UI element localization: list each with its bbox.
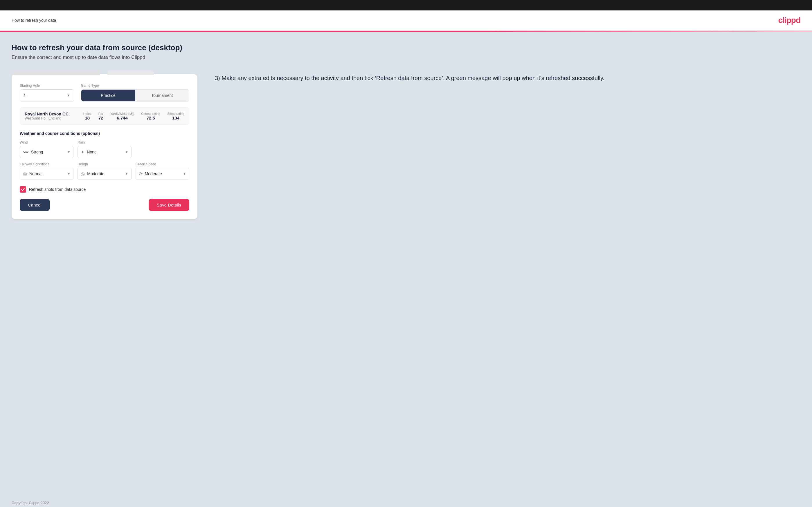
rain-icon: ✦ xyxy=(81,149,85,155)
holes-value: 18 xyxy=(85,115,90,120)
par-stat: Par 72 xyxy=(98,112,103,120)
rain-field: Rain ✦ None ▼ xyxy=(78,140,131,158)
game-type-label: Game Type xyxy=(81,83,189,88)
course-row: Royal North Devon GC, Westward Ho!, Engl… xyxy=(20,107,189,125)
slope-rating-stat: Slope rating 134 xyxy=(167,112,184,120)
course-rating-stat: Course rating 72.5 xyxy=(141,112,160,120)
card-actions: Cancel Save Details xyxy=(20,199,189,211)
green-speed-icon: ⟳ xyxy=(139,171,143,177)
form-card-container: Starting Hole 1 ▼ Game Type Practice To xyxy=(12,71,197,219)
wind-field: Wind 〰️ Strong ▼ xyxy=(20,140,73,158)
game-type-toggle: Practice Tournament xyxy=(81,89,189,102)
top-bar xyxy=(0,0,812,10)
rough-icon: ◎ xyxy=(81,171,85,177)
side-info-text: 3) Make any extra edits necessary to the… xyxy=(215,74,800,82)
game-type-group: Game Type Practice Tournament xyxy=(81,83,189,102)
yards-value: 6,744 xyxy=(117,115,128,120)
starting-hole-group: Starting Hole 1 ▼ xyxy=(20,83,74,102)
green-speed-chevron-icon: ▼ xyxy=(183,172,186,175)
rain-chevron-icon: ▼ xyxy=(125,150,128,154)
tournament-button[interactable]: Tournament xyxy=(135,90,189,101)
refresh-checkbox[interactable] xyxy=(20,186,26,192)
spacer-right xyxy=(136,140,189,158)
green-speed-field: Green Speed ⟳ Moderate ▼ xyxy=(136,162,189,180)
rain-label: Rain xyxy=(78,140,131,145)
rough-dropdown[interactable]: ◎ Moderate ▼ xyxy=(78,168,131,180)
conditions-grid: Wind 〰️ Strong ▼ Rain ✦ None xyxy=(20,140,189,180)
page-heading: How to refresh your data from source (de… xyxy=(12,43,800,52)
fairway-icon: ◎ xyxy=(23,171,27,177)
conditions-section-label: Weather and course conditions (optional) xyxy=(20,131,189,136)
refresh-label: Refresh shots from data source xyxy=(29,187,86,192)
logo: clippd xyxy=(778,16,800,25)
wind-dropdown[interactable]: 〰️ Strong ▼ xyxy=(20,146,73,158)
footer-copyright: Copyright Clippd 2022 xyxy=(12,501,49,505)
par-label: Par xyxy=(98,112,103,115)
content-area: Starting Hole 1 ▼ Game Type Practice To xyxy=(12,71,800,219)
footer: Copyright Clippd 2022 xyxy=(0,495,812,507)
green-speed-value: Moderate xyxy=(145,171,181,176)
fairway-dropdown[interactable]: ◎ Normal ▼ xyxy=(20,168,73,180)
fairway-rough-green-row: Fairway Conditions ◎ Normal ▼ Rough ◎ xyxy=(20,162,189,180)
starting-hole-select[interactable]: 1 xyxy=(23,93,70,98)
field-row-top: Starting Hole 1 ▼ Game Type Practice To xyxy=(20,83,189,102)
form-card: Starting Hole 1 ▼ Game Type Practice To xyxy=(12,74,197,219)
cancel-button[interactable]: Cancel xyxy=(20,199,50,211)
rough-chevron-icon: ▼ xyxy=(125,172,128,175)
course-stats: Holes 18 Par 72 Yards/White (M)) 6,744 xyxy=(83,112,184,120)
rough-value: Moderate xyxy=(87,171,122,176)
course-name: Royal North Devon GC, xyxy=(25,112,79,116)
yards-label: Yards/White (M)) xyxy=(110,112,134,115)
rain-dropdown[interactable]: ✦ None ▼ xyxy=(78,146,131,158)
rough-field: Rough ◎ Moderate ▼ xyxy=(78,162,131,180)
refresh-checkbox-row: Refresh shots from data source xyxy=(20,186,189,192)
rain-value: None xyxy=(87,150,122,154)
slope-rating-value: 134 xyxy=(172,115,180,120)
holes-stat: Holes 18 xyxy=(83,112,92,120)
fairway-value: Normal xyxy=(29,171,65,176)
wind-label: Wind xyxy=(20,140,73,145)
main-content: How to refresh your data from source (de… xyxy=(0,32,812,495)
page-subheading: Ensure the correct and most up to date d… xyxy=(12,55,800,60)
par-value: 72 xyxy=(98,115,103,120)
side-info: 3) Make any extra edits necessary to the… xyxy=(215,71,800,82)
course-rating-value: 72.5 xyxy=(147,115,155,120)
wind-icon: 〰️ xyxy=(23,149,29,155)
fairway-field: Fairway Conditions ◎ Normal ▼ xyxy=(20,162,73,180)
practice-button[interactable]: Practice xyxy=(81,90,135,101)
header: How to refresh your data clippd xyxy=(0,10,812,31)
rough-label: Rough xyxy=(78,162,131,166)
green-speed-label: Green Speed xyxy=(136,162,189,166)
starting-hole-select-wrapper[interactable]: 1 ▼ xyxy=(20,89,74,102)
fairway-chevron-icon: ▼ xyxy=(67,172,70,175)
green-speed-dropdown[interactable]: ⟳ Moderate ▼ xyxy=(136,168,189,180)
course-rating-label: Course rating xyxy=(141,112,160,115)
wind-rain-row: Wind 〰️ Strong ▼ Rain ✦ None xyxy=(20,140,189,158)
slope-rating-label: Slope rating xyxy=(167,112,184,115)
checkmark-icon xyxy=(21,187,25,191)
course-info: Royal North Devon GC, Westward Ho!, Engl… xyxy=(25,112,79,120)
header-title: How to refresh your data xyxy=(12,18,56,22)
wind-value: Strong xyxy=(31,150,65,154)
yards-stat: Yards/White (M)) 6,744 xyxy=(110,112,134,120)
fairway-label: Fairway Conditions xyxy=(20,162,73,166)
save-button[interactable]: Save Details xyxy=(149,199,189,211)
holes-label: Holes xyxy=(83,112,92,115)
course-location: Westward Ho!, England xyxy=(25,116,79,120)
wind-chevron-icon: ▼ xyxy=(67,150,70,154)
starting-hole-label: Starting Hole xyxy=(20,83,74,88)
